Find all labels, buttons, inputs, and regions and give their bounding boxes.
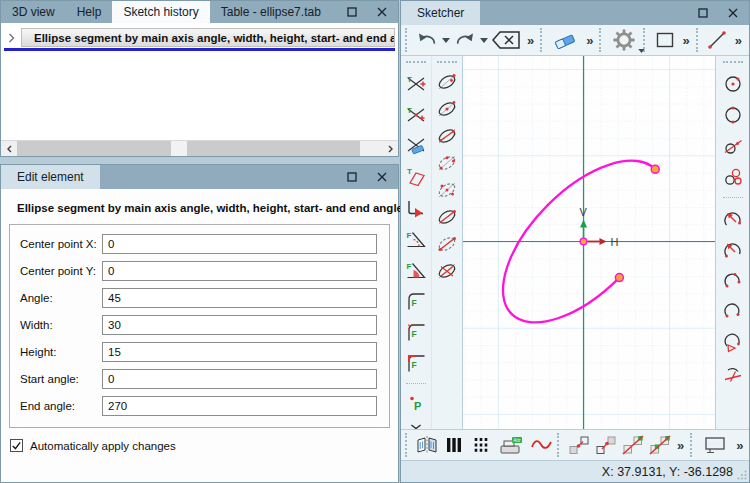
tab-3d-view[interactable]: 3D view	[1, 1, 66, 23]
redo-menu-button[interactable]	[478, 27, 489, 54]
center-y-field[interactable]	[102, 261, 377, 281]
tab-help[interactable]: Help	[66, 1, 113, 23]
tab-sketch-history[interactable]: Sketch history	[112, 1, 209, 23]
toolbar-grip[interactable]	[405, 28, 410, 52]
tab-table-ellipse7[interactable]: Table - ellipse7.tab	[210, 1, 332, 23]
toolbar-grip[interactable]	[557, 433, 562, 457]
eraser-button[interactable]	[548, 27, 582, 54]
fillet-corner-3-button[interactable]: F	[402, 347, 429, 378]
arc-tangent-button[interactable]	[719, 358, 746, 389]
start-angle-field[interactable]	[102, 369, 377, 389]
settings-button[interactable]	[607, 27, 641, 54]
tangent-rectangle-button[interactable]: T	[402, 161, 429, 192]
toolbar-grip[interactable]	[690, 433, 695, 457]
origin-point[interactable]	[580, 238, 587, 245]
ellipse-center-button[interactable]	[433, 95, 460, 122]
ellipse-points-dashed-1-button[interactable]	[433, 149, 460, 176]
snap-move-1-button[interactable]	[565, 432, 592, 459]
arc-end-point[interactable]	[615, 274, 623, 282]
edit-element-panel: Edit element Ellipse segment by main axi…	[0, 164, 399, 483]
resize-grip-icon[interactable]	[737, 470, 747, 480]
fillet-corner-2-button[interactable]: F	[402, 316, 429, 347]
auto-apply-checkbox[interactable]	[10, 439, 23, 452]
scrollbar-thumb[interactable]	[171, 141, 187, 156]
height-field[interactable]	[102, 342, 377, 362]
arc-endpoints-2-button[interactable]	[719, 296, 746, 327]
history-item-button[interactable]: Ellipse segment by main axis angle, widt…	[21, 28, 395, 47]
overflow-chevron[interactable]: »	[736, 439, 743, 452]
toolbar-grip[interactable]	[540, 28, 545, 52]
overflow-chevron[interactable]: »	[527, 34, 534, 47]
arc-direction-1-button[interactable]	[719, 203, 746, 234]
arc-start-point[interactable]	[651, 165, 659, 173]
toolbar-grip[interactable]	[723, 61, 743, 66]
end-angle-field[interactable]	[102, 396, 377, 416]
undo-menu-button[interactable]	[440, 27, 451, 54]
circle-tangent-button[interactable]	[719, 130, 746, 161]
circle-three-points-button[interactable]	[719, 161, 746, 192]
expander-chevron-icon[interactable]	[5, 33, 17, 43]
corner-line-button[interactable]	[402, 192, 429, 223]
circle-button[interactable]	[719, 99, 746, 130]
snap-disable-1-button[interactable]	[619, 432, 646, 459]
auto-apply-label: Automatically apply changes	[30, 440, 176, 452]
redo-button[interactable]	[451, 27, 478, 54]
scroll-left-icon[interactable]	[1, 141, 17, 156]
close-button[interactable]	[727, 7, 739, 19]
maximize-button[interactable]	[346, 171, 358, 183]
line-tool-button[interactable]	[704, 27, 731, 54]
overflow-chevron[interactable]: »	[677, 439, 684, 452]
tangent-line-2-button[interactable]: T	[402, 99, 429, 130]
attributes-stamp-button[interactable]: Attr	[494, 432, 528, 459]
chevron-down-icon	[480, 38, 488, 43]
maximize-button[interactable]	[346, 6, 358, 18]
fillet-corner-1-button[interactable]: F	[402, 285, 429, 316]
chevron-down-icon[interactable]	[638, 49, 645, 53]
ellipse-axis-button[interactable]	[433, 122, 460, 149]
toolbar-grip[interactable]	[405, 433, 410, 457]
fillet-angle-filled-button[interactable]: F	[402, 254, 429, 285]
toolbar-grip[interactable]	[696, 28, 701, 52]
close-button[interactable]	[376, 6, 388, 18]
snap-move-2-button[interactable]	[592, 432, 619, 459]
grid-bars-solid-button[interactable]	[440, 432, 467, 459]
ellipse-tangent-2-button[interactable]	[433, 230, 460, 257]
point-tool-button[interactable]: P	[402, 389, 429, 416]
close-button[interactable]	[376, 171, 388, 183]
ellipse-points-dashed-2-button[interactable]	[433, 176, 460, 203]
snap-disable-2-button[interactable]	[646, 432, 673, 459]
maximize-button[interactable]	[697, 7, 709, 19]
spline-wave-button[interactable]	[528, 432, 555, 459]
fit-window-button[interactable]	[698, 432, 732, 459]
arc-endpoints-1-button[interactable]	[719, 265, 746, 296]
ellipse-endpoints-button[interactable]	[433, 68, 460, 95]
overflow-chevron[interactable]: »	[682, 34, 689, 47]
scrollbar-track[interactable]	[17, 141, 360, 156]
center-x-field[interactable]	[102, 234, 377, 254]
toolbar-grip[interactable]	[437, 61, 457, 66]
trim-element-button[interactable]	[402, 130, 429, 161]
toolbar-grip[interactable]	[406, 61, 426, 66]
ellipse-crossed-button[interactable]	[433, 257, 460, 284]
arc-bulge-button[interactable]	[719, 327, 746, 358]
overflow-chevron[interactable]: »	[586, 34, 593, 47]
arc-direction-2-button[interactable]	[719, 234, 746, 265]
grid-bars-dashed-button[interactable]	[467, 432, 494, 459]
toolbar-grip[interactable]	[599, 28, 604, 52]
fillet-angle-button[interactable]: F	[402, 223, 429, 254]
horizontal-scrollbar[interactable]	[1, 140, 398, 156]
grid-major	[463, 56, 715, 429]
delete-element-button[interactable]	[489, 27, 523, 54]
undo-button[interactable]	[413, 27, 440, 54]
sketch-canvas[interactable]: V H	[463, 56, 715, 429]
overflow-chevron[interactable]: »	[735, 34, 742, 47]
rectangle-tool-button[interactable]	[651, 27, 678, 54]
width-field[interactable]	[102, 315, 377, 335]
angle-field[interactable]	[102, 288, 377, 308]
scroll-right-icon[interactable]	[382, 141, 398, 156]
ellipse-tangent-1-button[interactable]	[433, 203, 460, 230]
circle-center-radius-button[interactable]	[719, 68, 746, 99]
attributes-stamp-icon: Attr	[498, 434, 524, 456]
mirror-view-button[interactable]	[413, 432, 440, 459]
tangent-line-1-button[interactable]: T	[402, 68, 429, 99]
